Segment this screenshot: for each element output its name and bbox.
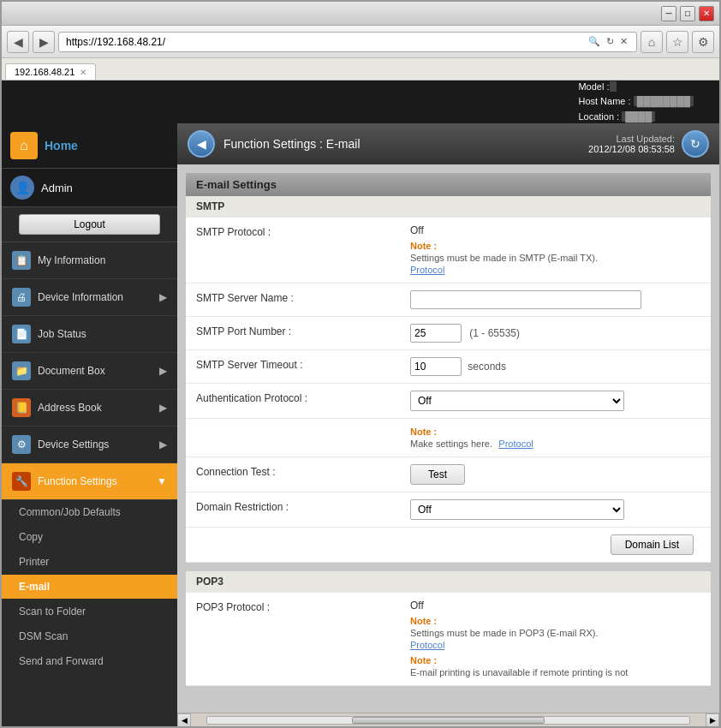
- pop3-protocol-link[interactable]: Protocol: [410, 640, 444, 650]
- sub-item-common-job-defaults[interactable]: Common/Job Defaults: [2, 500, 177, 525]
- scroll-left-button[interactable]: ◀: [177, 713, 191, 727]
- device-information-label: Device Information: [38, 291, 123, 303]
- domain-restriction-select[interactable]: Off Restrict: [410, 499, 624, 520]
- pop3-protocol-value: Off: [410, 600, 700, 612]
- home-icon: ⌂: [10, 132, 38, 159]
- smtp-note-label: Note :: [410, 241, 437, 251]
- scroll-track[interactable]: [206, 716, 690, 725]
- sidebar-item-job-status[interactable]: 📄 Job Status: [2, 316, 177, 353]
- host-label: Host Name :: [578, 96, 630, 106]
- my-information-label: My Information: [38, 254, 105, 266]
- device-info: Model : Host Name : ████████ Location : …: [578, 81, 694, 124]
- sidebar-item-function-settings[interactable]: 🔧 Function Settings ▼: [2, 463, 177, 500]
- document-box-chevron: ▶: [159, 365, 167, 377]
- sub-item-scan-to-folder[interactable]: Scan to Folder: [2, 600, 177, 624]
- host-value: ████████: [634, 96, 694, 106]
- last-updated-value: 2012/12/08 08:53:58: [588, 144, 675, 154]
- bottom-scrollbar: ◀ ▶: [177, 713, 719, 726]
- last-updated-info: Last Updated: 2012/12/08 08:53:58: [588, 134, 675, 154]
- model-value: [610, 81, 617, 92]
- smtp-timeout-input[interactable]: [410, 357, 462, 376]
- pop3-note2-text: E-mail printing is unavailable if remote…: [410, 667, 628, 677]
- maximize-button[interactable]: □: [680, 6, 695, 21]
- device-settings-icon: ⚙: [12, 435, 31, 454]
- sub-item-printer[interactable]: Printer: [2, 550, 177, 575]
- job-status-label: Job Status: [38, 328, 86, 340]
- last-updated-label: Last Updated:: [588, 134, 675, 144]
- domain-restriction-row: Domain Restriction : Off Restrict: [186, 492, 711, 528]
- sidebar-item-document-box[interactable]: 📁 Document Box ▶: [2, 353, 177, 390]
- content-body: E-mail Settings SMTP SMTP Protocol : Off: [177, 164, 719, 713]
- panel-back-button[interactable]: ◀: [188, 130, 215, 158]
- sub-item-copy[interactable]: Copy: [2, 525, 177, 550]
- scroll-thumb[interactable]: [352, 717, 545, 724]
- device-information-icon: 🖨: [12, 288, 31, 307]
- cancel-icon[interactable]: ✕: [618, 34, 629, 49]
- sidebar-item-my-information[interactable]: 📋 My Information: [2, 242, 177, 279]
- pop3-protocol-label: POP3 Protocol :: [186, 593, 400, 686]
- search-icon[interactable]: 🔍: [587, 34, 602, 49]
- address-book-icon: 📒: [12, 398, 31, 417]
- device-settings-chevron: ▶: [159, 439, 167, 451]
- pop3-protocol-row: POP3 Protocol : Off Note : Settings must…: [186, 593, 711, 686]
- smtp-server-name-label: SMTP Server Name :: [186, 283, 400, 317]
- domain-list-row: Domain List: [186, 528, 711, 563]
- auth-protocol-link[interactable]: Protocol: [498, 439, 533, 449]
- smtp-note-text: Settings must be made in SMTP (E-mail TX…: [410, 253, 598, 263]
- home-link[interactable]: Home: [45, 139, 78, 152]
- browser-tab[interactable]: 192.168.48.21 ✕: [5, 63, 96, 80]
- sub-item-email[interactable]: E-mail: [2, 575, 177, 600]
- logout-wrap: Logout: [2, 207, 177, 242]
- address-book-chevron: ▶: [159, 402, 167, 414]
- url-input[interactable]: [66, 36, 587, 48]
- auth-protocol-select[interactable]: Off POP before SMTP SMTP Authentication: [410, 391, 624, 411]
- sidebar-item-address-book[interactable]: 📒 Address Book ▶: [2, 390, 177, 427]
- settings-button[interactable]: ⚙: [692, 31, 714, 53]
- location-label: Location :: [578, 111, 619, 122]
- favorites-button[interactable]: ☆: [666, 31, 688, 53]
- smtp-port-number-label: SMTP Port Number :: [186, 317, 400, 350]
- auth-protocol-label: Authentication Protocol :: [186, 384, 400, 419]
- domain-list-button[interactable]: Domain List: [611, 534, 694, 555]
- forward-button[interactable]: ▶: [33, 31, 55, 53]
- device-information-chevron: ▶: [159, 291, 167, 303]
- app-container: Model : Host Name : ████████ Location : …: [2, 81, 719, 726]
- smtp-protocol-label: SMTP Protocol :: [186, 218, 400, 283]
- panel-title: Function Settings : E-mail: [223, 137, 360, 151]
- admin-label: Admin: [41, 182, 73, 194]
- home-browser-button[interactable]: ⌂: [641, 31, 663, 53]
- function-settings-label: Function Settings: [38, 475, 117, 487]
- tab-bar: 192.168.48.21 ✕: [2, 58, 719, 81]
- sub-item-dsm-scan[interactable]: DSM Scan: [2, 624, 177, 649]
- connection-test-row: Connection Test : Test: [186, 457, 711, 492]
- sub-item-send-and-forward[interactable]: Send and Forward: [2, 649, 177, 674]
- auth-note-row: Note : Make settings here. Protocol: [186, 419, 711, 457]
- job-status-icon: 📄: [12, 325, 31, 343]
- tab-close-button[interactable]: ✕: [80, 68, 86, 77]
- sidebar-item-device-settings[interactable]: ⚙ Device Settings ▶: [2, 427, 177, 463]
- device-settings-label: Device Settings: [38, 439, 109, 451]
- scroll-right-button[interactable]: ▶: [706, 713, 719, 727]
- smtp-protocol-link[interactable]: Protocol: [410, 265, 444, 275]
- logout-button[interactable]: Logout: [19, 214, 160, 235]
- tab-title: 192.168.48.21: [15, 67, 74, 77]
- document-box-icon: 📁: [12, 361, 31, 380]
- function-settings-chevron: ▼: [157, 475, 167, 487]
- address-bar: 🔍 ↻ ✕: [58, 32, 637, 52]
- smtp-port-number-input[interactable]: [410, 324, 462, 343]
- test-button[interactable]: Test: [410, 464, 465, 485]
- smtp-server-name-input[interactable]: [410, 290, 641, 309]
- close-button[interactable]: ✕: [699, 6, 714, 21]
- smtp-timeout-unit: seconds: [468, 361, 506, 373]
- main-panel: ◀ Function Settings : E-mail Last Update…: [177, 123, 719, 726]
- connection-test-label: Connection Test :: [186, 457, 400, 492]
- auth-note-label: Note :: [410, 427, 437, 437]
- sidebar-home[interactable]: ⌂ Home: [2, 123, 177, 169]
- sidebar-admin: 👤 Admin: [2, 169, 177, 207]
- refresh-button[interactable]: ↻: [682, 130, 709, 158]
- minimize-button[interactable]: ─: [661, 6, 676, 21]
- back-button[interactable]: ◀: [7, 31, 29, 53]
- pop3-note-text: Settings must be made in POP3 (E-mail RX…: [410, 628, 598, 638]
- refresh-icon[interactable]: ↻: [605, 34, 616, 49]
- sidebar-item-device-information[interactable]: 🖨 Device Information ▶: [2, 279, 177, 316]
